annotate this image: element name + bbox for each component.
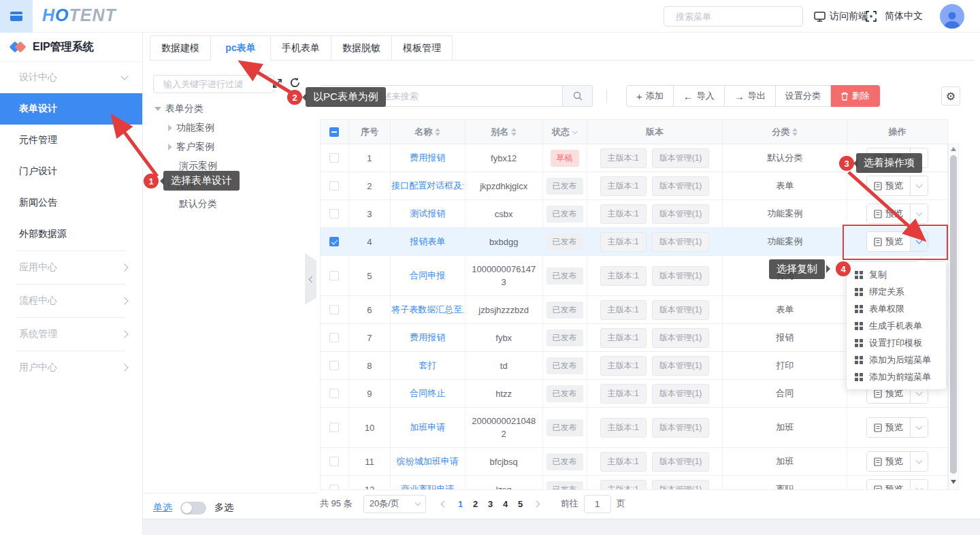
visit-frontend-button[interactable]: 访问前端 <box>814 0 868 33</box>
row-checkbox[interactable] <box>329 457 339 466</box>
main-version-button[interactable]: 主版本:1 <box>600 384 647 404</box>
add-button[interactable]: + 添加 <box>626 85 674 107</box>
row-checkbox[interactable] <box>329 423 339 432</box>
expand-tree-icon[interactable] <box>272 78 282 91</box>
tree-node-customer-cases[interactable]: 客户案例 <box>154 137 308 157</box>
form-name-link[interactable]: 费用报销 <box>410 152 445 164</box>
preview-dropdown-button[interactable] <box>911 418 928 437</box>
preview-button[interactable]: 预览 <box>867 176 911 195</box>
header-name[interactable]: 名称 <box>391 120 466 144</box>
preview-button[interactable]: 预览 <box>867 204 911 223</box>
form-name-link[interactable]: 费用报销 <box>410 331 445 344</box>
menu-item-generate-mobile-form[interactable]: 生成手机表单 <box>847 317 946 334</box>
delete-button[interactable]: 删除 <box>831 85 880 107</box>
version-manage-button[interactable]: 版本管理(1) <box>652 480 710 491</box>
set-category-button[interactable]: 设置分类 <box>776 85 831 107</box>
page-number-5[interactable]: 5 <box>513 499 528 509</box>
row-checkbox[interactable] <box>329 153 339 163</box>
main-version-button[interactable]: 主版本:1 <box>600 328 647 348</box>
sidebar-item-form-design[interactable]: 表单设计 <box>0 93 142 125</box>
main-version-button[interactable]: 主版本:1 <box>600 232 647 252</box>
goto-page-input[interactable] <box>584 495 611 513</box>
sidebar-group-process-center[interactable]: 流程中心 <box>0 285 142 317</box>
select-all-checkbox[interactable] <box>329 127 339 137</box>
tree-node-function-cases[interactable]: 功能案例 <box>154 118 308 137</box>
sidebar-item-component-mgmt[interactable]: 元件管理 <box>0 125 142 156</box>
row-checkbox[interactable] <box>329 333 339 342</box>
page-number-3[interactable]: 3 <box>483 499 498 509</box>
row-checkbox[interactable] <box>329 237 339 246</box>
form-name-link[interactable]: 测试报销 <box>410 208 445 220</box>
sidebar-group-system-mgmt[interactable]: 系统管理 <box>0 319 142 350</box>
main-version-button[interactable]: 主版本:1 <box>600 356 647 376</box>
collapse-menu-button[interactable] <box>0 0 33 33</box>
menu-search-input[interactable] <box>676 12 796 22</box>
sort-icon[interactable] <box>511 128 517 136</box>
menu-item-bind-relation[interactable]: 绑定关系 <box>847 283 946 300</box>
version-manage-button[interactable]: 版本管理(1) <box>652 148 710 168</box>
header-category[interactable]: 分类 <box>723 120 847 144</box>
version-manage-button[interactable]: 版本管理(1) <box>652 356 710 376</box>
main-version-button[interactable]: 主版本:1 <box>600 418 647 438</box>
row-checkbox[interactable] <box>329 271 339 280</box>
form-name-link[interactable]: 报销表单 <box>410 236 445 248</box>
main-version-button[interactable]: 主版本:1 <box>600 204 647 224</box>
main-version-button[interactable]: 主版本:1 <box>600 300 647 320</box>
form-name-link[interactable]: 加班申请 <box>410 421 445 434</box>
row-checkbox[interactable] <box>329 389 339 398</box>
sidebar-group-design-center[interactable]: 设计中心 <box>0 62 142 93</box>
row-checkbox[interactable] <box>329 361 339 370</box>
import-button[interactable]: ← 导入 <box>674 85 725 107</box>
single-select-label[interactable]: 单选 <box>153 502 172 514</box>
language-switcher[interactable]: 简体中文 <box>885 0 923 33</box>
select-mode-switch[interactable] <box>180 502 206 515</box>
tab-mobile-form[interactable]: 手机表单 <box>271 35 331 61</box>
version-manage-button[interactable]: 版本管理(1) <box>652 232 710 252</box>
preview-button[interactable]: 预览 <box>867 480 911 490</box>
prev-page-button[interactable] <box>436 502 453 506</box>
menu-item-add-frontend-menu[interactable]: 添加为前端菜单 <box>847 368 946 385</box>
tree-node-default-category[interactable]: 默认分类 <box>154 195 308 214</box>
main-version-button[interactable]: 主版本:1 <box>600 176 647 196</box>
preview-dropdown-button[interactable] <box>911 204 928 223</box>
header-status[interactable]: 状态 <box>543 120 587 144</box>
row-checkbox[interactable] <box>329 305 339 314</box>
version-manage-button[interactable]: 版本管理(1) <box>652 384 710 404</box>
sidebar-group-user-center[interactable]: 用户中心 <box>0 352 142 383</box>
version-manage-button[interactable]: 版本管理(1) <box>652 204 710 224</box>
menu-item-set-print-template[interactable]: 设置打印模板 <box>847 334 946 351</box>
preview-dropdown-button[interactable] <box>911 452 928 471</box>
user-avatar[interactable] <box>940 4 964 29</box>
version-manage-button[interactable]: 版本管理(1) <box>652 176 710 196</box>
column-settings-button[interactable]: ⚙ <box>941 86 960 106</box>
form-name-link[interactable]: 将子表数据汇总至主表 <box>391 304 463 316</box>
form-name-link[interactable]: 商业离职申请 <box>401 483 454 490</box>
version-manage-button[interactable]: 版本管理(1) <box>652 418 710 438</box>
version-manage-button[interactable]: 版本管理(1) <box>652 266 710 286</box>
row-checkbox[interactable] <box>329 209 339 218</box>
form-name-link[interactable]: 合同申报 <box>410 270 445 282</box>
menu-search-box[interactable] <box>664 6 803 27</box>
row-checkbox[interactable] <box>329 181 339 191</box>
form-search-button[interactable] <box>563 85 593 107</box>
version-manage-button[interactable]: 版本管理(1) <box>652 300 710 320</box>
preview-dropdown-button[interactable] <box>911 176 928 195</box>
scroll-up-arrow[interactable] <box>951 147 956 151</box>
form-name-link[interactable]: 合同终止 <box>410 387 445 400</box>
menu-item-form-permission[interactable]: 表单权限 <box>847 300 946 317</box>
fullscreen-button[interactable] <box>866 0 877 33</box>
form-name-link[interactable]: 接口配置对话框及选项 <box>391 180 463 192</box>
sort-icon[interactable] <box>792 128 798 136</box>
tab-data-masking[interactable]: 数据脱敏 <box>331 35 392 61</box>
sidebar-item-news[interactable]: 新闻公告 <box>0 187 142 218</box>
sidebar-group-app-center[interactable]: 应用中心 <box>0 252 142 283</box>
tab-pc-form[interactable]: pc表单 <box>211 35 271 61</box>
page-number-4[interactable]: 4 <box>498 499 513 509</box>
page-size-select[interactable]: 20条/页 <box>363 495 426 513</box>
sidebar-item-external-datasource[interactable]: 外部数据源 <box>0 218 142 250</box>
header-alias[interactable]: 别名 <box>466 120 543 144</box>
sort-icon[interactable] <box>435 128 440 136</box>
preview-dropdown-button[interactable] <box>911 480 928 490</box>
page-number-2[interactable]: 2 <box>468 499 483 509</box>
row-checkbox[interactable] <box>329 485 339 490</box>
